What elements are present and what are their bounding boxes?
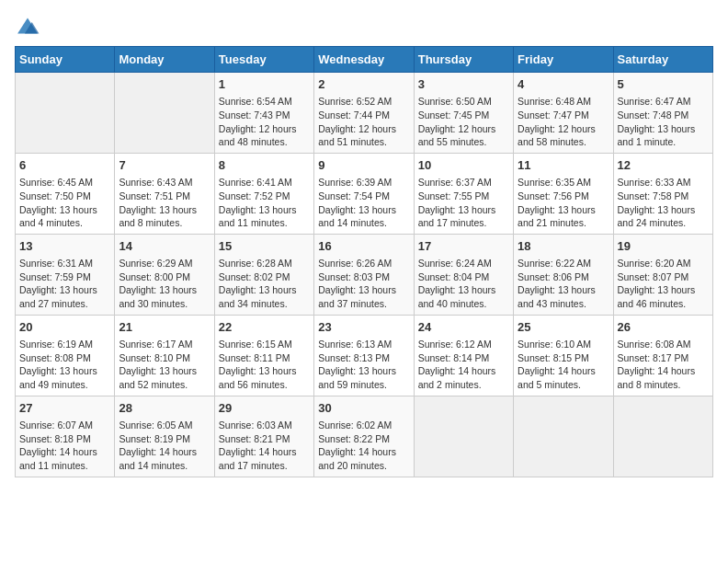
calendar-cell: 29Sunrise: 6:03 AMSunset: 8:21 PMDayligh… — [214, 396, 313, 477]
calendar-cell: 19Sunrise: 6:20 AMSunset: 8:07 PMDayligh… — [613, 234, 712, 315]
day-number: 24 — [418, 319, 509, 336]
calendar-cell — [115, 73, 214, 154]
day-number: 13 — [19, 238, 110, 255]
weekday-header-sunday: Sunday — [16, 47, 115, 73]
day-number: 5 — [618, 76, 709, 93]
day-number: 21 — [119, 319, 210, 336]
calendar-cell — [414, 396, 513, 477]
day-info: Sunrise: 6:43 AMSunset: 7:51 PMDaylight:… — [119, 176, 210, 230]
calendar-cell: 30Sunrise: 6:02 AMSunset: 8:22 PMDayligh… — [314, 396, 414, 477]
day-number: 6 — [19, 157, 110, 174]
day-number: 2 — [318, 76, 409, 93]
calendar-cell: 15Sunrise: 6:28 AMSunset: 8:02 PMDayligh… — [214, 234, 313, 315]
day-number: 4 — [518, 76, 609, 93]
day-info: Sunrise: 6:05 AMSunset: 8:19 PMDaylight:… — [119, 419, 210, 473]
day-number: 29 — [219, 400, 310, 417]
weekday-header-friday: Friday — [514, 47, 613, 73]
day-info: Sunrise: 6:26 AMSunset: 8:03 PMDaylight:… — [318, 257, 409, 311]
calendar-cell: 6Sunrise: 6:45 AMSunset: 7:50 PMDaylight… — [16, 153, 115, 234]
day-info: Sunrise: 6:07 AMSunset: 8:18 PMDaylight:… — [19, 419, 110, 473]
calendar-cell — [514, 396, 613, 477]
day-number: 16 — [318, 238, 409, 255]
calendar-cell: 7Sunrise: 6:43 AMSunset: 7:51 PMDaylight… — [115, 153, 214, 234]
day-info: Sunrise: 6:15 AMSunset: 8:11 PMDaylight:… — [219, 338, 310, 392]
calendar-cell: 5Sunrise: 6:47 AMSunset: 7:48 PMDaylight… — [613, 73, 712, 154]
day-number: 26 — [618, 319, 709, 336]
calendar-cell — [613, 396, 712, 477]
calendar-cell: 25Sunrise: 6:10 AMSunset: 8:15 PMDayligh… — [514, 315, 613, 396]
calendar-cell: 12Sunrise: 6:33 AMSunset: 7:58 PMDayligh… — [613, 153, 712, 234]
day-info: Sunrise: 6:52 AMSunset: 7:44 PMDaylight:… — [318, 95, 409, 149]
header — [15, 15, 713, 37]
calendar-cell: 3Sunrise: 6:50 AMSunset: 7:45 PMDaylight… — [414, 73, 513, 154]
calendar-cell: 9Sunrise: 6:39 AMSunset: 7:54 PMDaylight… — [314, 153, 414, 234]
logo-icon — [15, 15, 40, 37]
day-info: Sunrise: 6:20 AMSunset: 8:07 PMDaylight:… — [618, 257, 709, 311]
day-number: 18 — [518, 238, 609, 255]
day-number: 27 — [19, 400, 110, 417]
weekday-header-thursday: Thursday — [414, 47, 513, 73]
calendar-cell: 24Sunrise: 6:12 AMSunset: 8:14 PMDayligh… — [414, 315, 513, 396]
calendar-cell: 1Sunrise: 6:54 AMSunset: 7:43 PMDaylight… — [214, 73, 313, 154]
day-number: 14 — [119, 238, 210, 255]
calendar-week-row: 6Sunrise: 6:45 AMSunset: 7:50 PMDaylight… — [16, 153, 713, 234]
day-info: Sunrise: 6:54 AMSunset: 7:43 PMDaylight:… — [219, 95, 310, 149]
calendar-week-row: 1Sunrise: 6:54 AMSunset: 7:43 PMDaylight… — [16, 73, 713, 154]
calendar-cell: 4Sunrise: 6:48 AMSunset: 7:47 PMDaylight… — [514, 73, 613, 154]
day-info: Sunrise: 6:45 AMSunset: 7:50 PMDaylight:… — [19, 176, 110, 230]
day-number: 1 — [219, 76, 310, 93]
weekday-header-wednesday: Wednesday — [314, 47, 414, 73]
day-info: Sunrise: 6:22 AMSunset: 8:06 PMDaylight:… — [518, 257, 609, 311]
day-info: Sunrise: 6:31 AMSunset: 7:59 PMDaylight:… — [19, 257, 110, 311]
day-number: 3 — [418, 76, 509, 93]
calendar-week-row: 20Sunrise: 6:19 AMSunset: 8:08 PMDayligh… — [16, 315, 713, 396]
day-info: Sunrise: 6:33 AMSunset: 7:58 PMDaylight:… — [618, 176, 709, 230]
day-number: 9 — [318, 157, 409, 174]
calendar-cell: 18Sunrise: 6:22 AMSunset: 8:06 PMDayligh… — [514, 234, 613, 315]
calendar-cell: 23Sunrise: 6:13 AMSunset: 8:13 PMDayligh… — [314, 315, 414, 396]
day-info: Sunrise: 6:47 AMSunset: 7:48 PMDaylight:… — [618, 95, 709, 149]
day-number: 12 — [618, 157, 709, 174]
day-info: Sunrise: 6:02 AMSunset: 8:22 PMDaylight:… — [318, 419, 409, 473]
logo — [15, 15, 44, 37]
day-number: 20 — [19, 319, 110, 336]
calendar-cell: 10Sunrise: 6:37 AMSunset: 7:55 PMDayligh… — [414, 153, 513, 234]
calendar-week-row: 13Sunrise: 6:31 AMSunset: 7:59 PMDayligh… — [16, 234, 713, 315]
calendar-cell: 27Sunrise: 6:07 AMSunset: 8:18 PMDayligh… — [16, 396, 115, 477]
day-info: Sunrise: 6:24 AMSunset: 8:04 PMDaylight:… — [418, 257, 509, 311]
day-number: 19 — [618, 238, 709, 255]
day-number: 7 — [119, 157, 210, 174]
calendar-cell: 28Sunrise: 6:05 AMSunset: 8:19 PMDayligh… — [115, 396, 214, 477]
day-number: 15 — [219, 238, 310, 255]
day-number: 8 — [219, 157, 310, 174]
calendar-cell: 13Sunrise: 6:31 AMSunset: 7:59 PMDayligh… — [16, 234, 115, 315]
day-info: Sunrise: 6:50 AMSunset: 7:45 PMDaylight:… — [418, 95, 509, 149]
day-info: Sunrise: 6:03 AMSunset: 8:21 PMDaylight:… — [219, 419, 310, 473]
calendar-cell: 2Sunrise: 6:52 AMSunset: 7:44 PMDaylight… — [314, 73, 414, 154]
calendar-table: SundayMondayTuesdayWednesdayThursdayFrid… — [15, 46, 713, 477]
calendar-cell: 22Sunrise: 6:15 AMSunset: 8:11 PMDayligh… — [214, 315, 313, 396]
weekday-header-saturday: Saturday — [613, 47, 712, 73]
day-info: Sunrise: 6:08 AMSunset: 8:17 PMDaylight:… — [618, 338, 709, 392]
day-info: Sunrise: 6:48 AMSunset: 7:47 PMDaylight:… — [518, 95, 609, 149]
weekday-header-row: SundayMondayTuesdayWednesdayThursdayFrid… — [16, 47, 713, 73]
day-info: Sunrise: 6:19 AMSunset: 8:08 PMDaylight:… — [19, 338, 110, 392]
calendar-week-row: 27Sunrise: 6:07 AMSunset: 8:18 PMDayligh… — [16, 396, 713, 477]
weekday-header-monday: Monday — [115, 47, 214, 73]
calendar-cell: 16Sunrise: 6:26 AMSunset: 8:03 PMDayligh… — [314, 234, 414, 315]
calendar-cell: 8Sunrise: 6:41 AMSunset: 7:52 PMDaylight… — [214, 153, 313, 234]
calendar-header: SundayMondayTuesdayWednesdayThursdayFrid… — [16, 47, 713, 73]
calendar-body: 1Sunrise: 6:54 AMSunset: 7:43 PMDaylight… — [16, 73, 713, 477]
day-number: 25 — [518, 319, 609, 336]
day-number: 11 — [518, 157, 609, 174]
day-info: Sunrise: 6:28 AMSunset: 8:02 PMDaylight:… — [219, 257, 310, 311]
day-info: Sunrise: 6:37 AMSunset: 7:55 PMDaylight:… — [418, 176, 509, 230]
calendar-cell: 26Sunrise: 6:08 AMSunset: 8:17 PMDayligh… — [613, 315, 712, 396]
calendar-cell: 20Sunrise: 6:19 AMSunset: 8:08 PMDayligh… — [16, 315, 115, 396]
day-info: Sunrise: 6:12 AMSunset: 8:14 PMDaylight:… — [418, 338, 509, 392]
day-number: 30 — [318, 400, 409, 417]
day-number: 23 — [318, 319, 409, 336]
day-info: Sunrise: 6:39 AMSunset: 7:54 PMDaylight:… — [318, 176, 409, 230]
day-info: Sunrise: 6:17 AMSunset: 8:10 PMDaylight:… — [119, 338, 210, 392]
calendar-cell: 21Sunrise: 6:17 AMSunset: 8:10 PMDayligh… — [115, 315, 214, 396]
